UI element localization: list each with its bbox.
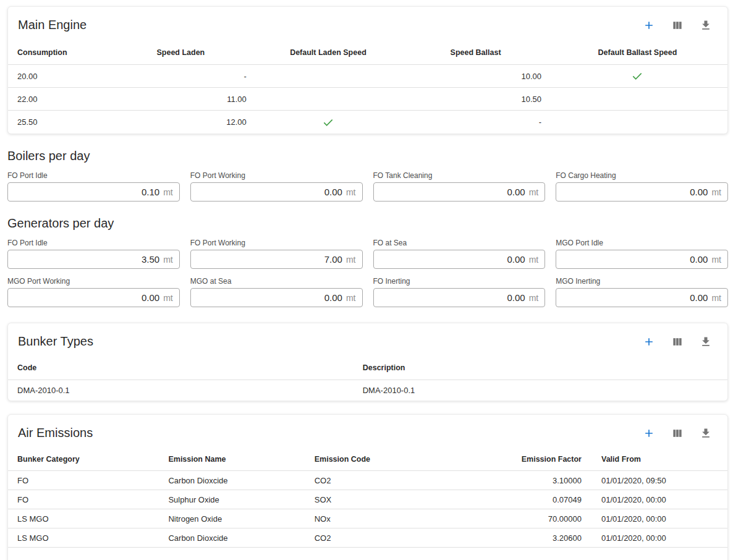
fo-cargo-heating-input[interactable] — [562, 187, 708, 197]
field-label: MGO at Sea — [190, 277, 363, 286]
table-row[interactable]: LS MGO Nitrogen Oxide NOx 70.00000 01/01… — [8, 509, 727, 528]
plus-icon — [643, 19, 655, 32]
field-label: FO at Sea — [373, 239, 546, 247]
generators-section-title: Generators per day — [7, 216, 728, 231]
gen-mgo-port-working-input[interactable] — [14, 292, 159, 303]
columns-icon — [671, 427, 684, 439]
spacer — [7, 307, 728, 323]
main-engine-header-row: Consumption Speed Laden Default Laden Sp… — [8, 38, 727, 65]
cell-bunker-category: FO — [8, 476, 159, 485]
boilers-field-grid: FO Port Idle mt FO Port Working mt FO Ta… — [7, 163, 728, 202]
field-fo-tank-cleaning: FO Tank Cleaning mt — [373, 171, 546, 202]
column-header-speed-laden[interactable]: Speed Laden — [109, 48, 253, 57]
gen-fo-inerting-input-box: mt — [373, 288, 546, 307]
field-fo-port-idle: FO Port Idle mt — [7, 239, 180, 269]
bunker-types-toolbar — [642, 335, 713, 349]
main-engine-toolbar — [642, 19, 713, 32]
cell-speed-laden: - — [109, 72, 253, 81]
unit-label: mt — [529, 293, 539, 303]
manage-columns-button[interactable] — [671, 426, 684, 440]
air-emissions-header-row: Bunker Category Emission Name Emission C… — [8, 446, 727, 471]
air-emissions-toolbar — [642, 426, 713, 440]
boilers-section-title: Boilers per day — [7, 149, 728, 163]
fo-port-idle-input[interactable] — [14, 187, 159, 197]
export-button[interactable] — [699, 335, 713, 349]
check-icon — [631, 70, 643, 82]
cell-emission-name: Sulphur Oxide — [159, 495, 305, 504]
gen-mgo-inerting-input[interactable] — [562, 292, 708, 303]
column-header-valid-from[interactable]: Valid From — [591, 455, 727, 464]
check-icon — [322, 116, 334, 129]
air-emissions-card-header: Air Emissions — [8, 415, 727, 446]
column-header-consumption[interactable]: Consumption — [8, 48, 109, 57]
column-header-code[interactable]: Code — [8, 363, 354, 372]
field-mgo-port-working: MGO Port Working mt — [7, 277, 180, 307]
add-row-button[interactable] — [642, 19, 656, 32]
cell-emission-code: CO2 — [305, 533, 455, 543]
spacer — [7, 401, 728, 414]
cell-default-ballast-speed — [548, 70, 727, 82]
cell-emission-code: SOX — [305, 495, 455, 504]
field-label: FO Tank Cleaning — [373, 171, 546, 180]
bunker-types-header-row: Code Description — [8, 355, 727, 380]
export-button[interactable] — [699, 426, 713, 440]
gen-mgo-at-sea-input[interactable] — [197, 292, 342, 303]
column-header-description[interactable]: Description — [354, 363, 727, 372]
table-row[interactable]: FO Carbon Dioxcide CO2 3.10000 01/01/202… — [8, 471, 727, 490]
unit-label: mt — [711, 187, 721, 197]
field-fo-inerting: FO Inerting mt — [373, 277, 546, 307]
manage-columns-button[interactable] — [671, 19, 684, 32]
column-header-default-ballast-speed[interactable]: Default Ballast Speed — [548, 48, 727, 57]
column-header-emission-code[interactable]: Emission Code — [305, 455, 455, 464]
bunker-types-title: Bunker Types — [18, 334, 93, 349]
fo-port-working-input-box: mt — [190, 182, 363, 202]
unit-label: mt — [163, 255, 173, 265]
card-footer-space — [8, 548, 727, 560]
gen-fo-inerting-input[interactable] — [380, 292, 525, 303]
cell-bunker-category: FO — [8, 495, 159, 504]
unit-label: mt — [529, 255, 539, 265]
cell-speed-laden: 11.00 — [109, 95, 253, 104]
fo-port-working-input[interactable] — [197, 187, 342, 197]
gen-fo-port-working-input[interactable] — [197, 254, 342, 265]
bunker-types-card: Bunker Types — [7, 323, 728, 401]
cell-consumption: 22.00 — [8, 95, 109, 104]
gen-mgo-inerting-input-box: mt — [556, 288, 728, 307]
table-row[interactable]: 25.50 12.00 - — [8, 111, 727, 134]
cell-emission-factor: 3.10000 — [455, 476, 591, 485]
cell-consumption: 20.00 — [8, 72, 109, 81]
cell-emission-factor: 3.20600 — [455, 533, 591, 543]
column-header-emission-factor[interactable]: Emission Factor — [455, 455, 591, 464]
column-header-bunker-category[interactable]: Bunker Category — [8, 455, 159, 464]
table-row[interactable]: LS MGO Carbon Dioxcide CO2 3.20600 01/01… — [8, 528, 727, 548]
cell-speed-laden: 12.00 — [109, 117, 253, 127]
unit-label: mt — [163, 187, 173, 197]
table-row[interactable]: FO Sulphur Oxide SOX 0.07049 01/01/2020,… — [8, 490, 727, 509]
cell-valid-from: 01/01/2020, 09:50 — [591, 476, 727, 485]
cell-emission-code: NOx — [305, 514, 455, 524]
column-header-speed-ballast[interactable]: Speed Ballast — [404, 48, 548, 57]
download-icon — [700, 19, 712, 32]
gen-fo-at-sea-input[interactable] — [380, 254, 525, 265]
gen-mgo-port-idle-input[interactable] — [562, 254, 708, 265]
field-mgo-inerting: MGO Inerting mt — [556, 277, 728, 307]
cell-consumption: 25.50 — [8, 117, 109, 127]
cell-speed-ballast: 10.00 — [404, 72, 548, 81]
field-fo-port-idle: FO Port Idle mt — [7, 171, 180, 202]
column-header-emission-name[interactable]: Emission Name — [159, 455, 305, 464]
manage-columns-button[interactable] — [671, 335, 684, 349]
table-row[interactable]: 20.00 - 10.00 — [8, 65, 727, 88]
column-header-default-laden-speed[interactable]: Default Laden Speed — [253, 48, 404, 57]
table-row[interactable]: DMA-2010-0.1 DMA-2010-0.1 — [8, 380, 727, 401]
table-row[interactable]: 22.00 11.00 10.50 — [8, 88, 727, 111]
gen-mgo-at-sea-input-box: mt — [190, 288, 363, 307]
fo-tank-cleaning-input[interactable] — [380, 187, 525, 197]
plus-icon — [643, 336, 655, 348]
add-row-button[interactable] — [642, 335, 656, 349]
cell-speed-ballast: - — [404, 117, 548, 127]
gen-fo-port-idle-input[interactable] — [14, 254, 159, 265]
cell-emission-name: Carbon Dioxcide — [159, 476, 305, 485]
export-button[interactable] — [699, 19, 713, 32]
add-row-button[interactable] — [642, 426, 656, 440]
gen-fo-port-working-input-box: mt — [190, 250, 363, 269]
